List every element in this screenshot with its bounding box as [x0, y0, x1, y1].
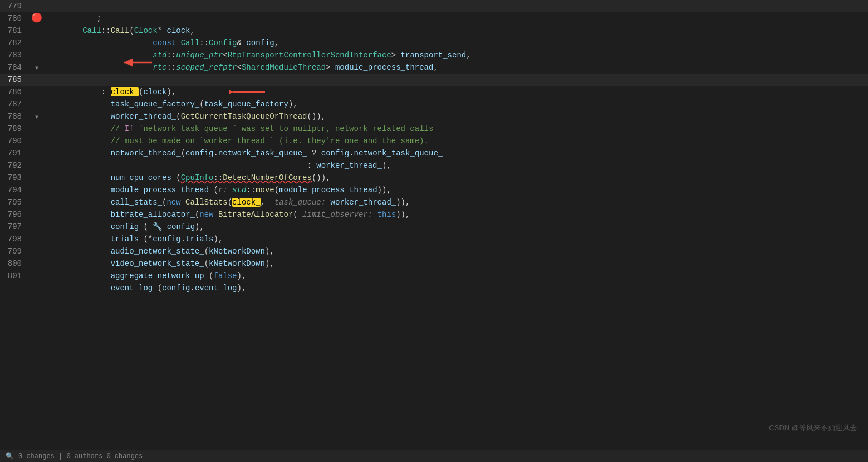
line-num-795: 795 [0, 196, 31, 208]
line-num-791: 791 [0, 147, 31, 159]
content-801: event_log_(config.event_log), [43, 270, 868, 307]
code-line-797: 797 trials_(*config.trials), [0, 221, 868, 233]
line-num-798: 798 [0, 233, 31, 245]
code-area[interactable]: 779 ; 780 🔴 Call::Call(Clock* clock, 781… [0, 0, 868, 450]
code-line-780: 780 🔴 Call::Call(Clock* clock, [0, 12, 868, 25]
line-num-789: 789 [0, 123, 31, 135]
status-left: 🔍 0 changes | 0 authors 0 changes [6, 452, 143, 460]
gutter-788: ▼ [31, 111, 43, 124]
editor-container: 779 ; 780 🔴 Call::Call(Clock* clock, 781… [0, 0, 868, 462]
code-line-781: 781 const Call::Config& config, [0, 25, 868, 37]
changes-info: 0 changes | 0 authors 0 changes [18, 453, 143, 460]
line-num-797: 797 [0, 221, 31, 233]
line-num-782: 782 [0, 37, 31, 49]
code-line-801: 801 event_log_(config.event_log), [0, 270, 868, 282]
zoom-level: 🔍 [6, 452, 14, 460]
line-num-800: 800 [0, 257, 31, 270]
line-num-788: 788 [0, 110, 31, 123]
line-num-801: 801 [0, 270, 31, 282]
collapse-788[interactable]: ▼ [35, 111, 38, 124]
line-num-780: 780 [0, 12, 31, 25]
line-num-792: 792 [0, 159, 31, 172]
line-num-781: 781 [0, 25, 31, 37]
gutter-780: 🔴 [31, 12, 43, 25]
code-line-796: 796 config_( 🔧 config), [0, 208, 868, 221]
collapse-784[interactable]: ▼ [35, 62, 38, 75]
line-num-793: 793 [0, 172, 31, 184]
line-num-784: 784 [0, 61, 31, 74]
code-line-799: 799 video_network_state_(kNetworkDown), [0, 245, 868, 257]
code-line-793: 793 module_process_thread_(r: std::move(… [0, 172, 868, 184]
line-num-794: 794 [0, 184, 31, 196]
code-line-794: 794 call_stats_(new CallStats(clock_, ta… [0, 184, 868, 196]
code-line-798: 798 audio_network_state_(kNetworkDown), [0, 233, 868, 245]
breakpoint-icon: 🔴 [31, 12, 42, 25]
line-num-799: 799 [0, 245, 31, 257]
line-num-783: 783 [0, 49, 31, 61]
gutter-784: ▼ [31, 62, 43, 75]
code-line-792: 792 num_cpu_cores_(CpuInfo::DetectNumber… [0, 159, 868, 172]
code-line-785: 785 : clock_(clock), [0, 74, 868, 86]
code-line-795: 795 bitrate_allocator_(new BitrateAlloca… [0, 196, 868, 208]
line-num-796: 796 [0, 208, 31, 221]
line-num-779: 779 [0, 0, 31, 12]
line-num-786: 786 [0, 86, 31, 98]
code-line-784: 784 ▼ TaskQueueFactory* task_queue_facto… [0, 61, 868, 74]
line-num-787: 787 [0, 98, 31, 110]
code-line-791: 791 : worker_thread_), [0, 147, 868, 159]
code-line-779: 779 ; [0, 0, 868, 12]
bottom-status-bar: 🔍 0 changes | 0 authors 0 changes [0, 450, 868, 462]
code-line-782: 782 std::unique_ptr<RtpTransportControll… [0, 37, 868, 49]
code-line-790: 790 network_thread_(config.network_task_… [0, 135, 868, 147]
content-785: : clock_(clock), [43, 74, 868, 135]
watermark: CSDN @等风来不如迎风去 [769, 423, 857, 433]
code-line-800: 800 aggregate_network_up_(false), [0, 257, 868, 270]
line-num-790: 790 [0, 135, 31, 147]
line-num-785: 785 [0, 74, 31, 86]
